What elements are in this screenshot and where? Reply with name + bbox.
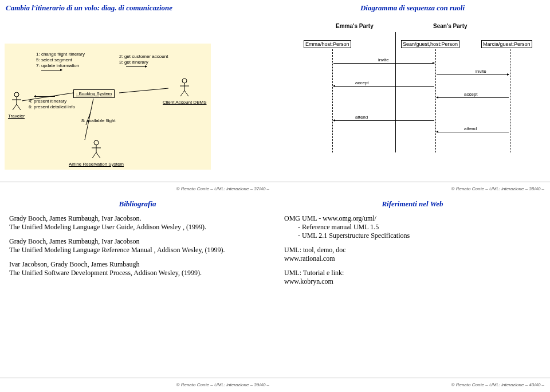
lifeline-dash — [435, 49, 436, 152]
svg-point-10 — [94, 140, 99, 145]
svg-line-8 — [180, 91, 184, 96]
svg-line-9 — [184, 91, 188, 96]
slide-title: Riferimenti nel Web — [281, 199, 544, 209]
link-url: www.rational.com — [284, 254, 541, 263]
bibliography-list: Grady Booch, James Rumbaugh, Ivar Jacobs… — [0, 214, 275, 277]
ref-title: The Unified Software Development Process… — [9, 269, 266, 277]
ref-2: Grady Booch, James Rumbaugh, Ivar Jacobs… — [9, 237, 266, 254]
message-2: 2: get customer account — [119, 54, 168, 59]
communication-diagram: Traveler Client Account DBMS Airline Res… — [5, 44, 211, 170]
partition-sean: Sean's Party — [433, 23, 467, 29]
slide-communication-diagram: Cambia l'itinerario di un volo: diag. di… — [0, 0, 275, 196]
msg-accept: accept — [464, 92, 478, 97]
web-refs-list: OMG UML - www.omg.org/uml/ - Reference m… — [275, 214, 550, 286]
ref-authors: Grady Booch, James Rumbaugh, Ivar Jacobs… — [9, 237, 266, 246]
arrow-icon — [126, 66, 147, 67]
message-4: 4: present itinerary — [29, 99, 66, 104]
arrow-icon — [41, 70, 62, 70]
slide-title: Bibliografia — [6, 199, 269, 209]
link-omg: OMG UML - www.omg.org/uml/ - Reference m… — [284, 214, 541, 240]
actor-client-dbms: Client Account DBMS — [163, 78, 206, 105]
lifeline-sean: Sean/guest,host:Person — [401, 40, 459, 48]
link-kobryn: UML: Tutorial e link: www.kobryn.com — [284, 269, 541, 286]
link-text: UML: tool, demo, doc — [284, 246, 541, 254]
footer-text: © Renato Conte – UML: interazione – 39/4… — [176, 382, 269, 387]
ref-title: The Unified Modeling Language Reference … — [9, 246, 266, 254]
link-url: www.kobryn.com — [284, 277, 541, 286]
sequence-diagram: Emma's Party Sean's Party Emma/host:Pers… — [286, 23, 539, 160]
footer-text: © Renato Conte – UML: interazione – 37/4… — [176, 186, 269, 191]
arrow-icon — [333, 86, 434, 87]
svg-line-14 — [96, 152, 100, 158]
arrow-icon — [437, 132, 509, 132]
message-5: 5: select segment — [36, 57, 72, 62]
message-7: 7: update information — [36, 63, 79, 68]
message-6: 6: present detailed info — [29, 104, 75, 109]
link-text: UML: Tutorial e link: — [284, 269, 541, 277]
message-8: 8: available flight — [81, 118, 116, 123]
lifeline-dash — [332, 49, 333, 152]
ref-title: The Unified Modeling Language User Guide… — [9, 223, 266, 232]
ref-1: Grady Booch, James Rumbaugh, Ivar Jacobs… — [9, 214, 266, 232]
msg-accept: accept — [355, 80, 369, 85]
slide-title: Cambia l'itinerario di un volo: diag. di… — [6, 3, 269, 13]
ref-authors: Ivar Jacobson, Grady Booch, James Rumbau… — [9, 260, 266, 269]
slide-bibliography: Bibliografia Grady Booch, James Rumbaugh… — [0, 196, 275, 392]
actor-traveler: Traveler — [8, 92, 25, 119]
footer-text: © Renato Conte – UML: interazione – 40/4… — [451, 382, 544, 387]
link-rational: UML: tool, demo, doc www.rational.com — [284, 246, 541, 263]
arrow-icon — [437, 97, 509, 98]
actor-label: Traveler — [8, 113, 25, 119]
svg-line-3 — [13, 104, 17, 110]
actor-label: Airline Reservation System — [69, 162, 124, 167]
partition-divider — [395, 32, 396, 152]
svg-line-16 — [119, 88, 168, 93]
actor-label: Client Account DBMS — [163, 100, 206, 105]
link-text: OMG UML - www.omg.org/uml/ — [284, 214, 541, 223]
msg-attend: attend — [464, 126, 477, 131]
booking-system-object: : Booking System — [73, 89, 115, 98]
partition-emma: Emma's Party — [336, 23, 374, 29]
svg-point-5 — [182, 79, 187, 83]
link-sub: - UML 2.1 Superstructure Specifications — [298, 232, 541, 240]
message-1: 1: change flight itinerary — [36, 52, 85, 57]
svg-line-4 — [17, 104, 21, 110]
actor-airline: Airline Reservation System — [69, 140, 124, 167]
link-sub: - Reference manual UML 1.5 — [298, 223, 541, 232]
msg-invite: invite — [476, 69, 486, 74]
ref-3: Ivar Jacobson, Grady Booch, James Rumbau… — [9, 260, 266, 277]
lifeline-marcia: Marcia/guest:Person — [481, 40, 532, 48]
lifeline-dash — [510, 49, 510, 152]
arrow-icon — [34, 96, 55, 97]
ref-authors: Grady Booch, James Rumbaugh, Ivar Jacobs… — [9, 214, 266, 223]
slide-footer: © Renato Conte – UML: interazione – 37/4… — [0, 182, 275, 193]
arrow-icon — [333, 120, 434, 121]
svg-point-0 — [14, 92, 19, 97]
footer-text: © Renato Conte – UML: interazione – 38/4… — [451, 186, 544, 191]
msg-invite: invite — [378, 57, 389, 62]
slide-footer: © Renato Conte – UML: interazione – 39/4… — [0, 378, 275, 389]
slide-footer: © Renato Conte – UML: interazione – 38/4… — [275, 182, 550, 193]
slide-title: Diagramma di sequenza con ruoli — [281, 3, 544, 13]
msg-attend: attend — [355, 115, 368, 120]
arrow-icon — [437, 75, 509, 75]
message-3: 3: get itinerary — [119, 60, 148, 65]
slide-sequence-diagram: Diagramma di sequenza con ruoli Emma's P… — [275, 0, 550, 196]
lifeline-emma: Emma/host:Person — [304, 40, 351, 48]
arrow-icon — [333, 63, 434, 64]
slide-footer: © Renato Conte – UML: interazione – 40/4… — [275, 378, 550, 389]
svg-line-13 — [92, 152, 96, 158]
slide-web-refs: Riferimenti nel Web OMG UML - www.omg.or… — [275, 196, 550, 392]
